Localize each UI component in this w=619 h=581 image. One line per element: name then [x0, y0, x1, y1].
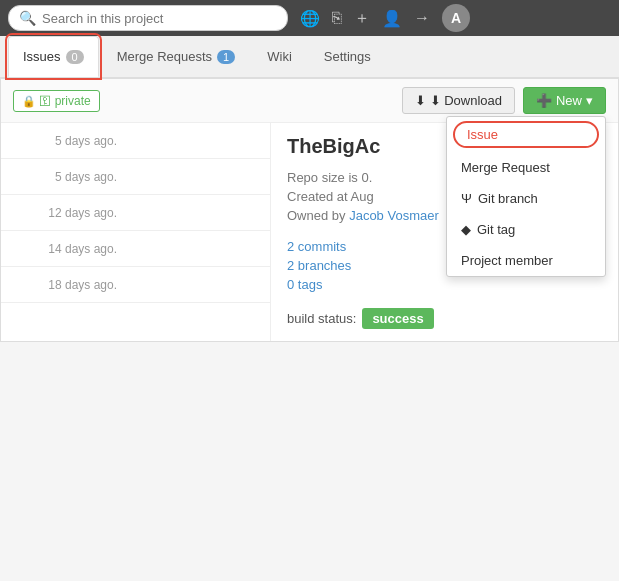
arrow-icon[interactable]: →: [414, 9, 430, 27]
copy-icon[interactable]: ⎘: [332, 9, 342, 27]
tab-wiki[interactable]: Wiki: [253, 36, 306, 77]
download-icon: ⬇: [415, 93, 426, 108]
build-status: build status: success: [287, 308, 602, 329]
tab-issues-label: Issues: [23, 49, 61, 64]
header: 🔍 🌐 ⎘ ＋ 👤 → A: [0, 0, 619, 36]
header-icons: 🌐 ⎘ ＋ 👤 → A: [300, 4, 470, 32]
chevron-down-icon: ▾: [586, 93, 593, 108]
tab-settings[interactable]: Settings: [310, 36, 385, 77]
tab-merge-requests-badge: 1: [217, 50, 235, 64]
new-dropdown-menu: Issue Merge Request Ψ Git branch ◆ Git t…: [446, 116, 606, 277]
search-icon: 🔍: [19, 10, 36, 26]
build-status-label: build status:: [287, 311, 356, 326]
tags-link[interactable]: 0 tags: [287, 277, 602, 292]
search-box[interactable]: 🔍: [8, 5, 288, 31]
tab-wiki-label: Wiki: [267, 49, 292, 64]
tab-merge-requests[interactable]: Merge Requests 1: [103, 36, 250, 77]
table-row: 5 days ago.: [1, 159, 270, 195]
git-tag-icon: ◆: [461, 222, 471, 237]
new-dropdown-wrapper: ➕ New ▾ Issue Merge Request Ψ Git branch…: [523, 87, 606, 114]
lock-icon: 🔒: [22, 95, 36, 107]
dropdown-item-project-member[interactable]: Project member: [447, 245, 605, 276]
tab-issues[interactable]: Issues 0: [8, 36, 99, 77]
table-row: 14 days ago.: [1, 231, 270, 267]
dropdown-item-git-branch[interactable]: Ψ Git branch: [447, 183, 605, 214]
owner-link[interactable]: Jacob Vosmaer: [349, 208, 439, 223]
search-input[interactable]: [42, 11, 262, 26]
plus-icon[interactable]: ＋: [354, 8, 370, 29]
private-badge: 🔒 ⚿ private: [13, 90, 100, 112]
git-branch-icon: Ψ: [461, 191, 472, 206]
table-row: 18 days ago.: [1, 267, 270, 303]
row-time: 12 days ago.: [13, 206, 133, 220]
nav-tabs: Issues 0 Merge Requests 1 Wiki Settings: [0, 36, 619, 78]
tab-merge-requests-label: Merge Requests: [117, 49, 212, 64]
table-row: 12 days ago.: [1, 195, 270, 231]
build-status-badge: success: [362, 308, 433, 329]
avatar[interactable]: A: [442, 4, 470, 32]
plus-new-icon: ➕: [536, 93, 552, 108]
main-content: 🔒 ⚿ private ⬇ ⬇ Download ➕ New ▾ Issue M…: [0, 78, 619, 342]
user-icon[interactable]: 👤: [382, 9, 402, 28]
dropdown-item-git-tag[interactable]: ◆ Git tag: [447, 214, 605, 245]
file-list: 5 days ago. 5 days ago. 12 days ago. 14 …: [1, 123, 271, 341]
new-button[interactable]: ➕ New ▾: [523, 87, 606, 114]
toolbar: 🔒 ⚿ private ⬇ ⬇ Download ➕ New ▾ Issue M…: [1, 79, 618, 123]
tab-settings-label: Settings: [324, 49, 371, 64]
dropdown-item-merge-request[interactable]: Merge Request: [447, 152, 605, 183]
row-time: 14 days ago.: [13, 242, 133, 256]
tab-issues-badge: 0: [66, 50, 84, 64]
row-time: 5 days ago.: [13, 134, 133, 148]
download-button[interactable]: ⬇ ⬇ Download: [402, 87, 515, 114]
globe-icon[interactable]: 🌐: [300, 9, 320, 28]
row-time: 5 days ago.: [13, 170, 133, 184]
row-time: 18 days ago.: [13, 278, 133, 292]
dropdown-item-issue[interactable]: Issue: [453, 121, 599, 148]
table-row: 5 days ago.: [1, 123, 270, 159]
